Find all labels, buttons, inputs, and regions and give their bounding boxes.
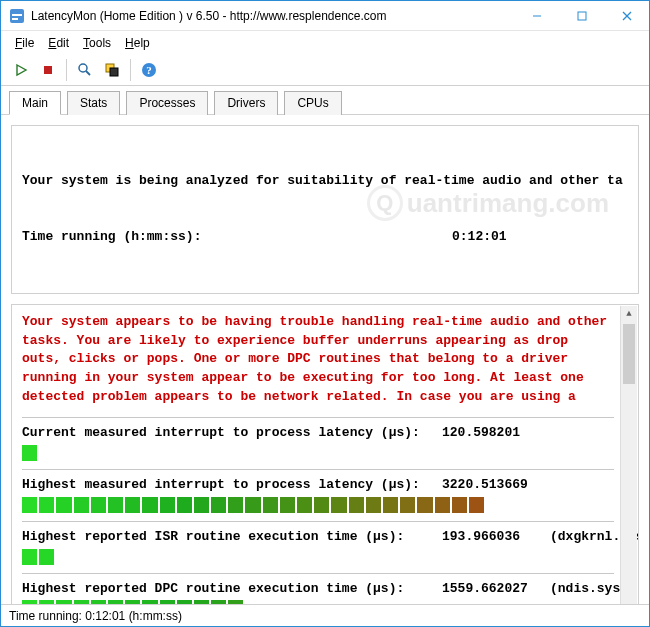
scroll-up-icon[interactable]: ▲	[621, 306, 637, 323]
svg-marker-7	[17, 65, 26, 75]
separator	[22, 417, 614, 418]
toolbar-separator	[66, 59, 67, 81]
close-button[interactable]	[604, 1, 649, 30]
search-button[interactable]	[73, 58, 97, 82]
windows-button[interactable]	[100, 58, 124, 82]
analysis-header: Your system is being analyzed for suitab…	[11, 125, 639, 294]
scroll-thumb[interactable]	[623, 324, 635, 384]
help-button[interactable]: ?	[137, 58, 161, 82]
minimize-button[interactable]	[514, 1, 559, 30]
metric-extra	[550, 424, 614, 443]
window-controls	[514, 1, 649, 30]
separator	[22, 573, 614, 574]
menu-help[interactable]: Help	[119, 34, 156, 52]
metric-value: 193.966036	[442, 528, 550, 547]
svg-rect-8	[44, 66, 52, 74]
svg-point-9	[79, 64, 87, 72]
toolbar: ?	[1, 55, 649, 86]
metric-row: Highest measured interrupt to process la…	[22, 476, 614, 495]
menu-edit[interactable]: Edit	[42, 34, 75, 52]
content-area: Quantrimang.com Your system is being ana…	[1, 115, 649, 604]
latency-bar	[22, 600, 614, 604]
separator	[22, 469, 614, 470]
header-line1: Your system is being analyzed for suitab…	[22, 172, 628, 191]
scrollbar[interactable]: ▲ ▼	[620, 306, 637, 604]
warning-text: Your system appears to be having trouble…	[22, 313, 614, 407]
time-running-value: 0:12:01	[452, 228, 507, 247]
tab-drivers[interactable]: Drivers	[214, 91, 278, 115]
svg-line-10	[86, 71, 90, 75]
menu-tools[interactable]: Tools	[77, 34, 117, 52]
status-text: Time running: 0:12:01 (h:mm:ss)	[9, 609, 182, 623]
svg-rect-2	[12, 18, 18, 20]
tab-cpus[interactable]: CPUs	[284, 91, 341, 115]
metric-value: 3220.513669	[442, 476, 550, 495]
titlebar: LatencyMon (Home Edition ) v 6.50 - http…	[1, 1, 649, 31]
report-panel: Your system appears to be having trouble…	[11, 304, 639, 604]
tab-processes[interactable]: Processes	[126, 91, 208, 115]
metric-row: Highest reported DPC routine execution t…	[22, 580, 614, 599]
metric-label: Highest reported DPC routine execution t…	[22, 580, 442, 599]
metric-value: 1559.662027	[442, 580, 550, 599]
metric-row: Current measured interrupt to process la…	[22, 424, 614, 443]
separator	[22, 521, 614, 522]
latency-bar	[22, 549, 614, 565]
tab-stats[interactable]: Stats	[67, 91, 120, 115]
metric-extra	[550, 476, 614, 495]
metric-label: Current measured interrupt to process la…	[22, 424, 442, 443]
svg-rect-12	[110, 68, 118, 76]
metric-label: Highest reported ISR routine execution t…	[22, 528, 442, 547]
tab-bar: Main Stats Processes Drivers CPUs	[1, 86, 649, 115]
maximize-button[interactable]	[559, 1, 604, 30]
toolbar-separator	[130, 59, 131, 81]
window-title: LatencyMon (Home Edition ) v 6.50 - http…	[31, 9, 514, 23]
svg-text:?: ?	[146, 64, 152, 76]
metric-value: 120.598201	[442, 424, 550, 443]
stop-button[interactable]	[36, 58, 60, 82]
menubar: File Edit Tools Help	[1, 31, 649, 55]
time-running-label: Time running (h:mm:ss):	[22, 228, 452, 247]
menu-file[interactable]: File	[9, 34, 40, 52]
svg-rect-1	[12, 14, 22, 16]
metric-row: Highest reported ISR routine execution t…	[22, 528, 614, 547]
play-button[interactable]	[9, 58, 33, 82]
app-icon	[9, 8, 25, 24]
metric-label: Highest measured interrupt to process la…	[22, 476, 442, 495]
latency-bar	[22, 445, 614, 461]
svg-rect-4	[578, 12, 586, 20]
latency-bar	[22, 497, 614, 513]
tab-main[interactable]: Main	[9, 91, 61, 115]
status-bar: Time running: 0:12:01 (h:mm:ss)	[1, 604, 649, 626]
